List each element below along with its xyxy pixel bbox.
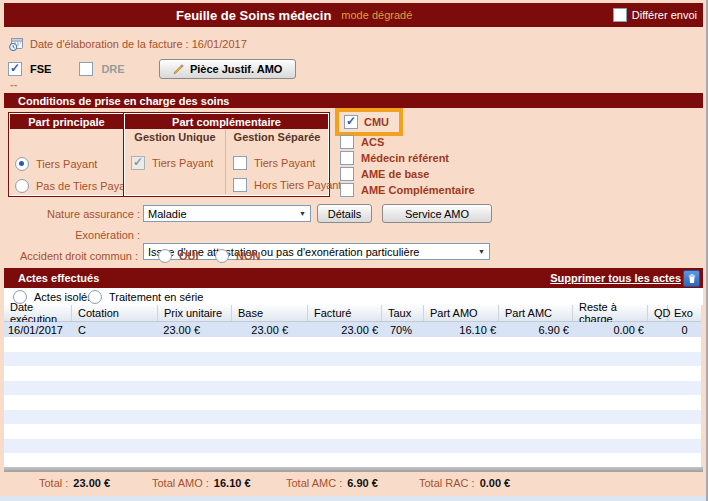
fse-label: FSE: [30, 63, 51, 75]
gestion-unique-tiers-payant-option[interactable]: Tiers Payant: [131, 156, 213, 170]
invoice-date-row: Date d'élaboration de la facture : 16/01…: [8, 36, 247, 52]
title-bar: Feuille de Soins médecin mode dégradé Di…: [4, 3, 703, 27]
gestion-unique-tiers-payant-label: Tiers Payant: [152, 157, 213, 169]
gestion-separee-tiers-payant-option[interactable]: Tiers Payant: [233, 156, 315, 170]
trash-icon: [687, 273, 697, 284]
col-header-part-amc[interactable]: Part AMC: [499, 305, 573, 321]
empty-table-row: [4, 337, 701, 352]
cell-reste-a-charge: 0.00 €: [573, 322, 648, 337]
gestion-separee-tiers-payant-checkbox[interactable]: [233, 156, 247, 170]
exoneration-label: Exonération :: [0, 229, 140, 241]
medecin-referent-option[interactable]: Médecin référent: [340, 151, 449, 165]
col-header-facture[interactable]: Facturé: [308, 305, 382, 321]
total-amc-item: Total AMC : 6.90 €: [286, 477, 378, 489]
empty-table-row: [4, 439, 701, 454]
title-group: Feuille de Soins médecin mode dégradé: [176, 3, 412, 27]
part-complementaire-title: Part complémentaire: [125, 114, 328, 129]
empty-table-row: [4, 424, 701, 439]
actes-section-title: Actes effectués: [18, 272, 99, 284]
tiers-payant-label: Tiers Payant: [36, 158, 97, 170]
medecin-referent-checkbox[interactable]: [340, 151, 354, 165]
accident-non-option[interactable]: NON: [215, 249, 260, 263]
defer-send-option[interactable]: Différer envoi: [613, 3, 697, 27]
accident-non-label: NON: [236, 250, 260, 262]
ame-complementaire-label: AME Complémentaire: [361, 184, 475, 196]
degraded-mode-badge: mode dégradé: [341, 9, 412, 21]
accident-non-radio[interactable]: [215, 249, 229, 263]
details-button[interactable]: Détails: [317, 204, 372, 223]
total-amc-value: 6.90 €: [347, 477, 378, 489]
defer-send-checkbox[interactable]: [613, 8, 627, 22]
details-button-label: Détails: [328, 208, 362, 220]
fse-checkbox[interactable]: [8, 62, 22, 76]
accident-oui-option[interactable]: OUI: [158, 249, 199, 263]
cell-part-amo: 16.10 €: [424, 322, 499, 337]
col-header-qd[interactable]: QD: [648, 305, 668, 321]
col-header-prix-unitaire[interactable]: Prix unitaire: [158, 305, 232, 321]
nature-assurance-select[interactable]: Maladie ▼: [143, 205, 311, 222]
dre-checkbox[interactable]: [79, 62, 93, 76]
cell-facture: 23.00 €: [308, 322, 382, 337]
acs-option[interactable]: ACS: [340, 135, 384, 149]
defer-send-label: Différer envoi: [632, 9, 697, 21]
dre-label: DRE: [101, 63, 124, 75]
gestion-separee-tiers-payant-label: Tiers Payant: [254, 157, 315, 169]
hors-tiers-payant-checkbox[interactable]: [233, 178, 247, 192]
total-rac-value: 0.00 €: [480, 477, 511, 489]
empty-table-row: [4, 352, 701, 367]
ame-complementaire-option[interactable]: AME Complémentaire: [340, 183, 475, 197]
service-amo-button-label: Service AMO: [405, 208, 469, 220]
traitement-serie-option[interactable]: Traitement en série: [88, 290, 203, 304]
part-principale-title: Part principale: [10, 114, 123, 129]
calendar-clock-icon: [8, 36, 24, 52]
cell-taux: 70%: [382, 322, 424, 337]
col-header-date[interactable]: Date exécution: [4, 305, 72, 321]
acs-checkbox[interactable]: [340, 135, 354, 149]
fse-dre-row: FSE DRE Pièce Justif. AMO: [8, 59, 296, 79]
gestion-unique-title: Gestion Unique: [126, 131, 224, 143]
acts-table-header: Date exécution Cotation Prix unitaire Ba…: [4, 305, 701, 322]
ame-de-base-option[interactable]: AME de base: [340, 167, 429, 181]
gestion-separee-title: Gestion Séparée: [228, 131, 326, 143]
ame-de-base-checkbox[interactable]: [340, 167, 354, 181]
acts-table-empty-rows: [4, 337, 701, 468]
piece-justif-amo-button[interactable]: Pièce Justif. AMO: [159, 59, 296, 79]
cmu-option-highlighted[interactable]: CMU: [335, 108, 403, 136]
col-header-part-amo[interactable]: Part AMO: [424, 305, 499, 321]
window-bottom-edge: [0, 496, 708, 501]
accident-label: Accident droit commun :: [0, 250, 138, 262]
accident-oui-radio[interactable]: [158, 249, 172, 263]
cmu-checkbox[interactable]: [344, 115, 358, 129]
pas-de-tiers-payant-radio[interactable]: [15, 179, 29, 193]
tiers-payant-radio[interactable]: [15, 157, 29, 171]
gestion-divider: [225, 130, 226, 194]
empty-table-row: [4, 366, 701, 381]
col-header-exo[interactable]: Exo: [668, 305, 701, 321]
col-header-base[interactable]: Base: [232, 305, 308, 321]
cell-date: 16/01/2017: [4, 322, 72, 337]
col-header-reste-a-charge[interactable]: Reste à charge: [573, 305, 648, 321]
act-table-row[interactable]: 16/01/2017 C 23.00 € 23.00 € 23.00 € 70%…: [4, 322, 701, 337]
cell-qd: [648, 322, 668, 337]
traitement-serie-radio[interactable]: [88, 290, 102, 304]
hors-tiers-payant-option[interactable]: Hors Tiers Payant: [233, 178, 341, 192]
gestion-unique-tiers-payant-checkbox[interactable]: [131, 156, 145, 170]
hors-tiers-payant-label: Hors Tiers Payant: [254, 179, 341, 191]
conditions-section-header: Conditions de prise en charge des soins: [4, 93, 703, 108]
col-header-cotation[interactable]: Cotation: [72, 305, 158, 321]
tiers-payant-option[interactable]: Tiers Payant: [15, 157, 97, 171]
service-amo-button[interactable]: Service AMO: [382, 204, 492, 223]
total-amo-value: 16.10 €: [214, 477, 251, 489]
actes-section-header: Actes effectués Supprimer tous les actes: [4, 268, 703, 288]
delete-all-acts-button[interactable]: [683, 270, 700, 287]
delete-all-acts-link[interactable]: Supprimer tous les actes: [550, 272, 681, 284]
pencil-icon: [172, 63, 185, 76]
invoice-date-text: Date d'élaboration de la facture : 16/01…: [30, 38, 247, 50]
cell-prix-unitaire: 23.00 €: [158, 322, 232, 337]
ame-complementaire-checkbox[interactable]: [340, 183, 354, 197]
pas-de-tiers-payant-option[interactable]: Pas de Tiers Payant: [15, 179, 134, 193]
total-item: Total : 23.00 €: [39, 477, 110, 489]
feuille-de-soins-window: Feuille de Soins médecin mode dégradé Di…: [0, 0, 708, 501]
empty-table-row: [4, 395, 701, 410]
col-header-taux[interactable]: Taux: [382, 305, 424, 321]
